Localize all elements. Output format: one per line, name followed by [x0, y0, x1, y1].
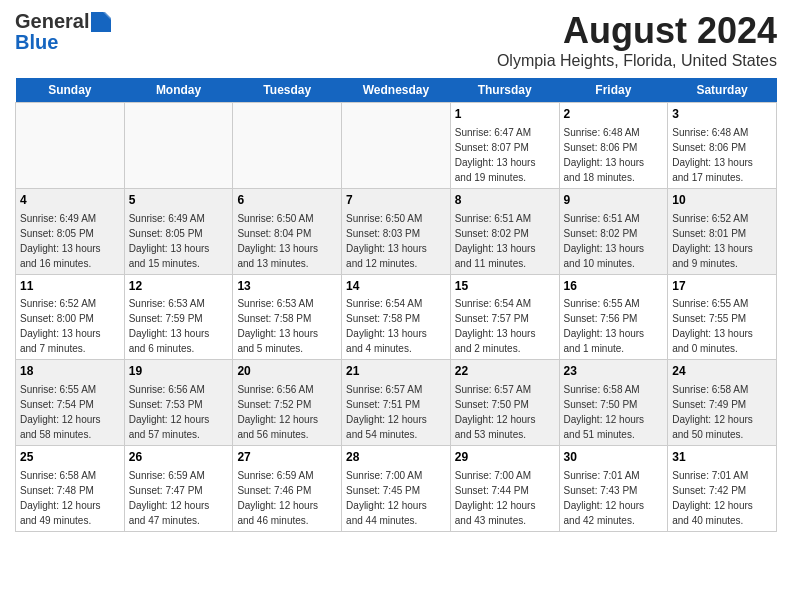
day-number: 5 [129, 192, 229, 209]
page-subtitle: Olympia Heights, Florida, United States [497, 52, 777, 70]
calendar-cell: 23Sunrise: 6:58 AMSunset: 7:50 PMDayligh… [559, 360, 668, 446]
calendar-cell: 11Sunrise: 6:52 AMSunset: 8:00 PMDayligh… [16, 274, 125, 360]
calendar-cell: 13Sunrise: 6:53 AMSunset: 7:58 PMDayligh… [233, 274, 342, 360]
day-info: Sunrise: 6:50 AMSunset: 8:03 PMDaylight:… [346, 211, 446, 271]
week-row-3: 11Sunrise: 6:52 AMSunset: 8:00 PMDayligh… [16, 274, 777, 360]
page-title: August 2024 [497, 10, 777, 52]
day-number: 31 [672, 449, 772, 466]
day-info: Sunrise: 6:49 AMSunset: 8:05 PMDaylight:… [129, 211, 229, 271]
day-info: Sunrise: 6:58 AMSunset: 7:49 PMDaylight:… [672, 382, 772, 442]
calendar-cell: 29Sunrise: 7:00 AMSunset: 7:44 PMDayligh… [450, 446, 559, 532]
day-info: Sunrise: 6:51 AMSunset: 8:02 PMDaylight:… [455, 211, 555, 271]
day-info: Sunrise: 6:58 AMSunset: 7:50 PMDaylight:… [564, 382, 664, 442]
day-info: Sunrise: 6:48 AMSunset: 8:06 PMDaylight:… [672, 125, 772, 185]
day-info: Sunrise: 6:54 AMSunset: 7:58 PMDaylight:… [346, 296, 446, 356]
calendar-cell: 17Sunrise: 6:55 AMSunset: 7:55 PMDayligh… [668, 274, 777, 360]
day-number: 12 [129, 278, 229, 295]
calendar-cell: 6Sunrise: 6:50 AMSunset: 8:04 PMDaylight… [233, 188, 342, 274]
day-header-sunday: Sunday [16, 78, 125, 103]
calendar-cell: 20Sunrise: 6:56 AMSunset: 7:52 PMDayligh… [233, 360, 342, 446]
title-section: August 2024 Olympia Heights, Florida, Un… [497, 10, 777, 70]
calendar-cell: 28Sunrise: 7:00 AMSunset: 7:45 PMDayligh… [342, 446, 451, 532]
day-number: 19 [129, 363, 229, 380]
day-info: Sunrise: 6:48 AMSunset: 8:06 PMDaylight:… [564, 125, 664, 185]
day-number: 16 [564, 278, 664, 295]
day-header-tuesday: Tuesday [233, 78, 342, 103]
week-row-5: 25Sunrise: 6:58 AMSunset: 7:48 PMDayligh… [16, 446, 777, 532]
day-header-friday: Friday [559, 78, 668, 103]
day-number: 22 [455, 363, 555, 380]
day-number: 17 [672, 278, 772, 295]
week-row-1: 1Sunrise: 6:47 AMSunset: 8:07 PMDaylight… [16, 103, 777, 189]
calendar-cell: 9Sunrise: 6:51 AMSunset: 8:02 PMDaylight… [559, 188, 668, 274]
day-info: Sunrise: 7:01 AMSunset: 7:42 PMDaylight:… [672, 468, 772, 528]
calendar-cell: 30Sunrise: 7:01 AMSunset: 7:43 PMDayligh… [559, 446, 668, 532]
day-info: Sunrise: 6:58 AMSunset: 7:48 PMDaylight:… [20, 468, 120, 528]
calendar-cell: 19Sunrise: 6:56 AMSunset: 7:53 PMDayligh… [124, 360, 233, 446]
day-number: 14 [346, 278, 446, 295]
logo-blue: Blue [15, 31, 58, 54]
day-number: 13 [237, 278, 337, 295]
day-info: Sunrise: 6:55 AMSunset: 7:56 PMDaylight:… [564, 296, 664, 356]
day-info: Sunrise: 6:56 AMSunset: 7:52 PMDaylight:… [237, 382, 337, 442]
day-info: Sunrise: 6:59 AMSunset: 7:47 PMDaylight:… [129, 468, 229, 528]
day-number: 28 [346, 449, 446, 466]
day-number: 18 [20, 363, 120, 380]
calendar-cell: 27Sunrise: 6:59 AMSunset: 7:46 PMDayligh… [233, 446, 342, 532]
calendar-cell: 24Sunrise: 6:58 AMSunset: 7:49 PMDayligh… [668, 360, 777, 446]
day-info: Sunrise: 7:00 AMSunset: 7:44 PMDaylight:… [455, 468, 555, 528]
day-info: Sunrise: 6:57 AMSunset: 7:50 PMDaylight:… [455, 382, 555, 442]
day-number: 3 [672, 106, 772, 123]
calendar-cell: 22Sunrise: 6:57 AMSunset: 7:50 PMDayligh… [450, 360, 559, 446]
day-number: 21 [346, 363, 446, 380]
day-info: Sunrise: 6:55 AMSunset: 7:55 PMDaylight:… [672, 296, 772, 356]
day-info: Sunrise: 6:52 AMSunset: 8:01 PMDaylight:… [672, 211, 772, 271]
day-number: 10 [672, 192, 772, 209]
logo-general: General [15, 10, 89, 33]
calendar-header-row: SundayMondayTuesdayWednesdayThursdayFrid… [16, 78, 777, 103]
day-number: 23 [564, 363, 664, 380]
day-number: 27 [237, 449, 337, 466]
day-info: Sunrise: 6:49 AMSunset: 8:05 PMDaylight:… [20, 211, 120, 271]
day-header-saturday: Saturday [668, 78, 777, 103]
calendar-cell [342, 103, 451, 189]
calendar-cell: 7Sunrise: 6:50 AMSunset: 8:03 PMDaylight… [342, 188, 451, 274]
day-number: 29 [455, 449, 555, 466]
day-number: 6 [237, 192, 337, 209]
calendar-cell [16, 103, 125, 189]
calendar-cell: 4Sunrise: 6:49 AMSunset: 8:05 PMDaylight… [16, 188, 125, 274]
calendar-cell: 2Sunrise: 6:48 AMSunset: 8:06 PMDaylight… [559, 103, 668, 189]
day-number: 4 [20, 192, 120, 209]
day-info: Sunrise: 6:51 AMSunset: 8:02 PMDaylight:… [564, 211, 664, 271]
day-number: 25 [20, 449, 120, 466]
calendar-cell: 1Sunrise: 6:47 AMSunset: 8:07 PMDaylight… [450, 103, 559, 189]
day-number: 1 [455, 106, 555, 123]
calendar-cell [233, 103, 342, 189]
calendar-cell: 25Sunrise: 6:58 AMSunset: 7:48 PMDayligh… [16, 446, 125, 532]
week-row-2: 4Sunrise: 6:49 AMSunset: 8:05 PMDaylight… [16, 188, 777, 274]
day-info: Sunrise: 6:52 AMSunset: 8:00 PMDaylight:… [20, 296, 120, 356]
day-number: 24 [672, 363, 772, 380]
calendar-cell: 14Sunrise: 6:54 AMSunset: 7:58 PMDayligh… [342, 274, 451, 360]
calendar-cell: 5Sunrise: 6:49 AMSunset: 8:05 PMDaylight… [124, 188, 233, 274]
day-info: Sunrise: 6:47 AMSunset: 8:07 PMDaylight:… [455, 125, 555, 185]
day-header-thursday: Thursday [450, 78, 559, 103]
day-info: Sunrise: 6:54 AMSunset: 7:57 PMDaylight:… [455, 296, 555, 356]
calendar-cell: 26Sunrise: 6:59 AMSunset: 7:47 PMDayligh… [124, 446, 233, 532]
logo-icon [91, 12, 111, 32]
day-info: Sunrise: 6:50 AMSunset: 8:04 PMDaylight:… [237, 211, 337, 271]
week-row-4: 18Sunrise: 6:55 AMSunset: 7:54 PMDayligh… [16, 360, 777, 446]
calendar-cell: 31Sunrise: 7:01 AMSunset: 7:42 PMDayligh… [668, 446, 777, 532]
day-info: Sunrise: 6:53 AMSunset: 7:58 PMDaylight:… [237, 296, 337, 356]
day-info: Sunrise: 6:55 AMSunset: 7:54 PMDaylight:… [20, 382, 120, 442]
calendar-table: SundayMondayTuesdayWednesdayThursdayFrid… [15, 78, 777, 532]
day-info: Sunrise: 7:00 AMSunset: 7:45 PMDaylight:… [346, 468, 446, 528]
day-number: 26 [129, 449, 229, 466]
day-number: 20 [237, 363, 337, 380]
day-number: 8 [455, 192, 555, 209]
day-number: 9 [564, 192, 664, 209]
day-number: 30 [564, 449, 664, 466]
day-header-wednesday: Wednesday [342, 78, 451, 103]
calendar-cell [124, 103, 233, 189]
day-info: Sunrise: 6:59 AMSunset: 7:46 PMDaylight:… [237, 468, 337, 528]
